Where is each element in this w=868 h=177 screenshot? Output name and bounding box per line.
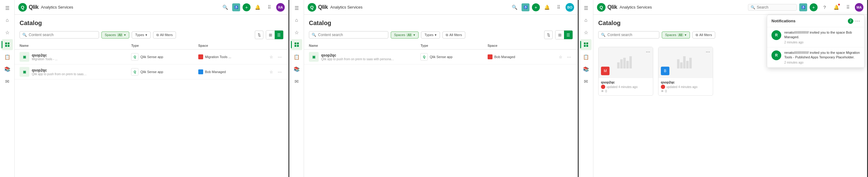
more-icon-2-1[interactable]: ⋯ bbox=[565, 53, 573, 61]
sidebar-collections-2[interactable]: 📋 bbox=[291, 51, 302, 62]
eye-icon-2: 👁 bbox=[661, 90, 664, 93]
sidebar-hamburger-3[interactable]: ☰ bbox=[581, 2, 591, 13]
sidebar-collections-3[interactable]: 📋 bbox=[581, 51, 591, 62]
search-button-2[interactable]: 🔍 bbox=[510, 3, 519, 12]
search-box-1[interactable]: 🔍 bbox=[20, 31, 99, 38]
card-more-2[interactable]: ⋯ bbox=[704, 48, 712, 56]
topnav-search-input-3[interactable] bbox=[757, 5, 794, 9]
list-view-btn-2[interactable]: ☰ bbox=[564, 31, 572, 39]
sidebar-learning-2[interactable]: 📚 bbox=[291, 64, 302, 75]
star-icon-1-1[interactable]: ☆ bbox=[268, 53, 275, 61]
grid-view-btn-2[interactable]: ⊞ bbox=[555, 31, 564, 39]
avatar-1[interactable]: RA bbox=[276, 3, 285, 11]
card-more-1[interactable]: ⋯ bbox=[644, 48, 652, 56]
search-icon-2: 🔍 bbox=[312, 33, 316, 37]
space-label-1-1: Migration Tools ... bbox=[205, 55, 231, 59]
svg-rect-20 bbox=[686, 61, 689, 68]
sidebar-catalog-3[interactable] bbox=[581, 39, 591, 50]
sidebar-starred[interactable]: ☆ bbox=[2, 27, 13, 38]
row-sub-1-1: Migration Tools - ... bbox=[32, 57, 57, 61]
notif-item-1[interactable]: R renato//////////////// invited you to … bbox=[767, 27, 864, 48]
spaces-filter-3[interactable]: Spaces All ▾ bbox=[662, 31, 690, 38]
list-view-btn-1[interactable]: ☰ bbox=[275, 31, 283, 39]
accessibility-button-2[interactable]: ♿ bbox=[522, 3, 529, 11]
spaces-filter-1[interactable]: Spaces All ▾ bbox=[101, 31, 129, 38]
notif-item-2[interactable]: R renato//////////////// invited you to … bbox=[767, 48, 864, 67]
svg-rect-10 bbox=[584, 45, 586, 47]
qlik-logo-text-2: Qlik bbox=[318, 4, 328, 10]
grid-view-btn-1[interactable]: ⊞ bbox=[266, 31, 275, 39]
search-input-1[interactable] bbox=[29, 33, 96, 37]
bell-button-1[interactable]: 🔔 bbox=[253, 3, 262, 12]
table-row[interactable]: ▣ qsop2qc Migration Tools - ... Q Qlik S… bbox=[15, 50, 288, 64]
apps-button-3[interactable]: ⠿ bbox=[843, 3, 852, 12]
filter-icon-3: ⧉ bbox=[696, 33, 698, 37]
sidebar-learning-3[interactable]: 📚 bbox=[581, 64, 591, 75]
sidebar-1: ☰ ⌂ ☆ 📋 📚 ✉ bbox=[0, 0, 15, 177]
card-badge-1: M bbox=[601, 67, 610, 75]
sort-button-1[interactable]: ⇅ bbox=[255, 31, 264, 39]
add-button-1[interactable]: + bbox=[243, 3, 251, 11]
add-button-2[interactable]: + bbox=[532, 3, 540, 11]
bell-button-2[interactable]: 🔔 bbox=[542, 3, 552, 12]
help-button-3[interactable]: ? bbox=[820, 3, 829, 12]
accessibility-button-1[interactable]: ♿ bbox=[232, 3, 240, 11]
notif-more-icon[interactable]: ⋯ bbox=[855, 18, 860, 24]
all-filters-1[interactable]: ⧉ All filters bbox=[153, 31, 176, 38]
accessibility-button-3[interactable]: ♿ bbox=[799, 3, 807, 11]
all-filters-2[interactable]: ⧉ All filters bbox=[442, 31, 466, 38]
sidebar-catalog-2[interactable] bbox=[291, 39, 302, 50]
main-content-2: Q Qlik Analytics Services 🔍 ♿ + 🔔 ⠿ BO C… bbox=[304, 0, 578, 177]
sidebar-catalog[interactable] bbox=[2, 39, 13, 50]
topnav-search-3[interactable]: 🔍 bbox=[748, 4, 797, 11]
more-icon-1-2[interactable]: ⋯ bbox=[276, 68, 283, 76]
search-input-3[interactable] bbox=[608, 33, 650, 37]
sidebar-collections[interactable]: 📋 bbox=[2, 51, 13, 62]
all-filters-3[interactable]: ⧉ All filters bbox=[692, 31, 716, 38]
search-box-3[interactable]: 🔍 bbox=[598, 31, 659, 38]
sidebar-mail[interactable]: ✉ bbox=[2, 76, 13, 87]
sort-button-2[interactable]: ⇅ bbox=[544, 31, 553, 39]
sidebar-hamburger-2[interactable]: ☰ bbox=[291, 2, 302, 13]
types-filter-1[interactable]: Types ▾ bbox=[132, 31, 150, 38]
row-name-1-2: qsop2qc bbox=[32, 68, 87, 72]
table-row[interactable]: ▣ qsop2qc Qlik app to push from on prem … bbox=[304, 50, 578, 64]
chevron-down-icon-4: ▾ bbox=[435, 33, 437, 37]
star-icon-2-1[interactable]: ☆ bbox=[557, 53, 564, 61]
search-input-2[interactable] bbox=[318, 33, 385, 37]
type-label-2-1: Qlik Sense app bbox=[430, 55, 453, 59]
avatar-3[interactable]: MA bbox=[855, 3, 863, 11]
sidebar-hamburger[interactable]: ☰ bbox=[2, 2, 13, 13]
sidebar-mail-2[interactable]: ✉ bbox=[291, 76, 302, 87]
spaces-label-1: Spaces bbox=[105, 33, 116, 37]
bell-badge-dot bbox=[838, 3, 840, 6]
toolbar-1: 🔍 Spaces All ▾ Types ▾ ⧉ All filters ⇅ ⊞… bbox=[15, 29, 288, 42]
col-type-header-1: Type bbox=[131, 44, 198, 48]
table-row[interactable]: ▣ qsop2qc Qlik app to push from on prem … bbox=[15, 64, 288, 80]
sidebar-learning[interactable]: 📚 bbox=[2, 64, 13, 75]
card-2[interactable]: B ⋯ qsop2qc updated 4 minutes ago 👁 0 bbox=[658, 47, 713, 96]
apps-button-1[interactable]: ⠿ bbox=[265, 3, 274, 12]
more-icon-1-1[interactable]: ⋯ bbox=[276, 53, 283, 61]
search-button-1[interactable]: 🔍 bbox=[221, 3, 230, 12]
apps-button-2[interactable]: ⠿ bbox=[554, 3, 563, 12]
sidebar-starred-2[interactable]: ☆ bbox=[291, 27, 302, 38]
card-1[interactable]: M ⋯ qsop2qc updated 4 minutes ago 👁 0 bbox=[598, 47, 653, 96]
svg-rect-5 bbox=[297, 42, 299, 44]
table-header-2: Name Type Space bbox=[304, 42, 578, 50]
search-box-2[interactable]: 🔍 bbox=[309, 31, 388, 38]
spaces-filter-2[interactable]: Spaces All ▾ bbox=[391, 31, 419, 38]
sidebar-home-3[interactable]: ⌂ bbox=[581, 15, 591, 26]
sidebar-home[interactable]: ⌂ bbox=[2, 15, 13, 26]
sidebar-mail-3[interactable]: ✉ bbox=[581, 76, 591, 87]
avatar-2[interactable]: BO bbox=[565, 3, 574, 11]
types-filter-2[interactable]: Types ▾ bbox=[421, 31, 440, 38]
qs-app-icon: ▣ bbox=[21, 53, 28, 61]
sidebar-home-2[interactable]: ⌂ bbox=[291, 15, 302, 26]
add-button-3[interactable]: + bbox=[810, 3, 817, 11]
col-name-header-2: Name bbox=[309, 44, 421, 48]
star-icon-1-2[interactable]: ☆ bbox=[268, 68, 275, 76]
topnav-3: Q Qlik Analytics Services 🔍 ♿ + ? 🔔 ⠿ MA bbox=[593, 0, 867, 15]
sidebar-starred-3[interactable]: ☆ bbox=[581, 27, 591, 38]
card-badge-2: B bbox=[661, 67, 670, 75]
